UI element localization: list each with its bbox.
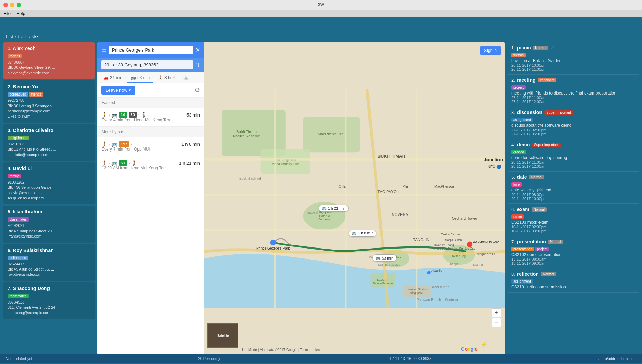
task-name: meeting xyxy=(517,77,536,83)
menu-icon[interactable]: ☰ xyxy=(101,47,106,53)
status-center: 20 Person(s) xyxy=(198,356,220,361)
map-area[interactable]: Bukit Timah Nature Reserve MacRitchie Tr… xyxy=(204,42,505,354)
task-end: 29-11-2017 10:00pm xyxy=(511,197,635,201)
satellite-thumbnail[interactable]: Satellite xyxy=(207,323,238,348)
bus-badge-197: 197 xyxy=(119,141,129,147)
routes-list: Fastest 🚶 › 🚌 10 30 › 🚶 xyxy=(97,98,204,354)
task-item-7[interactable]: 7. presentation Normal presentationproje… xyxy=(508,236,639,268)
tab-drive[interactable]: 🚗 21 min xyxy=(100,73,126,83)
contact-card-6[interactable]: 6. Roy Balakrishnan colleagues 92624417 … xyxy=(3,244,95,281)
walk-icon-4: 🚶 xyxy=(101,160,107,166)
task-tag: graded xyxy=(511,150,526,154)
zoom-out-button[interactable]: − xyxy=(492,318,501,327)
menu-file[interactable]: File xyxy=(3,11,11,16)
contact-phone: 92624417 xyxy=(8,262,90,267)
task-number: 1. xyxy=(511,45,515,51)
map-controls: + − xyxy=(492,308,501,327)
svg-text:29 Lorong 30 Gey: 29 Lorong 30 Gey xyxy=(473,240,499,243)
contact-card-5[interactable]: 5. Irfan Ibrahim classmates 92492021 Blk… xyxy=(3,206,95,242)
priority-badge: Normal xyxy=(548,240,563,244)
task-tag: project xyxy=(511,85,526,90)
priority-badge: Normal xyxy=(533,46,548,50)
menu-help[interactable]: Help xyxy=(16,11,25,16)
to-input[interactable] xyxy=(101,60,193,69)
svg-text:CTE: CTE xyxy=(339,185,346,188)
search-input[interactable] xyxy=(5,21,108,27)
minimize-button[interactable] xyxy=(10,3,14,7)
svg-text:Prince George's Park: Prince George's Park xyxy=(256,246,290,250)
task-tag: project xyxy=(535,247,549,251)
tab-transit[interactable]: 🚌 53 min xyxy=(127,73,153,83)
svg-text:Hood Cho Temple: Hood Cho Temple xyxy=(434,247,457,250)
svg-text:Singapore Fl...: Singapore Fl... xyxy=(477,252,497,256)
priority-badge: Normal xyxy=(529,175,544,179)
task-item-4[interactable]: 4. demo Super Important graded demo for … xyxy=(508,139,639,172)
contact-tag: family xyxy=(8,174,21,178)
svg-point-32 xyxy=(270,240,276,245)
contact-email: royb@example.com xyxy=(8,272,90,277)
contact-tag: classmates xyxy=(8,217,29,222)
contact-card-3[interactable]: 3. Charlotte Oliveiro neighbours 9321028… xyxy=(3,124,95,161)
task-tag: presentation xyxy=(511,247,534,251)
svg-text:Suntec City: Suntec City xyxy=(459,247,475,250)
badge-time-3: 53 min xyxy=(382,256,393,260)
arrow-icon-6: › xyxy=(129,161,130,166)
task-name: picnic xyxy=(517,45,531,51)
task-end: 28-11-2017 12:00am xyxy=(511,164,635,168)
task-name: reflection xyxy=(517,271,539,277)
section-fastest: Fastest xyxy=(97,98,204,108)
task-item-6[interactable]: 6. exam Normal exam CS2103 mock exam 10-… xyxy=(508,204,639,236)
svg-text:MacPherson: MacPherson xyxy=(434,185,454,188)
task-tag: assignment xyxy=(511,118,533,122)
contact-address: Blk 30 Lorong 3 Serangoo... xyxy=(8,103,90,109)
options-icon[interactable]: ⚙ xyxy=(194,87,200,94)
contact-card-4[interactable]: 4. David Li family 91031282 Blk 436 Sera… xyxy=(3,162,95,205)
task-item-1[interactable]: 1. picnic Normal ✓ friends have fun at B… xyxy=(508,42,639,75)
task-item-8[interactable]: 8. reflection Normal assignment CS2101 r… xyxy=(508,268,639,293)
task-number: 5. xyxy=(511,175,515,180)
task-item-5[interactable]: 5. date Normal love date with my girlfri… xyxy=(508,172,639,204)
arrow-icon: › xyxy=(109,112,110,118)
task-tag: exam xyxy=(511,214,524,219)
task-desc: meeting with friends to discuss the fina… xyxy=(511,91,635,96)
from-input[interactable] xyxy=(109,46,193,54)
close-directions-icon[interactable]: ✕ xyxy=(195,47,200,53)
zoom-in-button[interactable]: + xyxy=(492,308,501,317)
route-item-2[interactable]: 🚶 › 🚌 197 › 1 h 8 min Every 7 min from O… xyxy=(97,137,204,156)
directions-sidebar: ☰ ✕ ⇅ 🚗 21 min xyxy=(97,42,204,354)
contact-card-2[interactable]: 2. Bernice Yu colleaguesfriends 99272758… xyxy=(3,80,95,123)
route-item-1[interactable]: 🚶 › 🚌 10 30 › 🚶 53 min Ever xyxy=(97,108,204,127)
task-tag: friends xyxy=(511,53,526,57)
tab-walk[interactable]: 🚶 3 hr 4 xyxy=(154,73,179,83)
leave-now-label: Leave now xyxy=(106,88,127,93)
priority-badge: Super Important xyxy=(532,143,561,147)
contact-email: irfan@example.com xyxy=(8,234,90,239)
close-button[interactable] xyxy=(3,3,8,7)
contact-card-1[interactable]: 1. Alex Yeoh friends 87438807 Blk 30 Gey… xyxy=(3,42,95,79)
leave-now-button[interactable]: Leave now ▾ xyxy=(101,86,135,95)
svg-text:NOVENA: NOVENA xyxy=(392,212,408,217)
priority-badge: Normal xyxy=(541,272,556,276)
signin-button[interactable]: Sign in xyxy=(480,46,501,55)
route-item-3[interactable]: 🚶 › 🚌 51 › 🚶 1 h 21 min 12:20 AM from He… xyxy=(97,156,204,175)
bus-badge-51: 51 xyxy=(119,160,127,166)
contact-address: 311, Clementi Ave 2, #02-24 xyxy=(8,305,90,310)
contact-card-7[interactable]: 7. Shaocong Dong teammates 93734523 311,… xyxy=(3,282,95,319)
svg-text:Nature Reserve: Nature Reserve xyxy=(373,282,393,285)
task-start: 29-11-2017 08:00pm xyxy=(511,192,635,197)
status-left: Not updated yet xyxy=(6,356,32,361)
task-item-2[interactable]: 2. meeting Important project meeting wit… xyxy=(508,75,639,107)
task-number: 7. xyxy=(511,239,515,244)
swap-icon[interactable]: ⇅ xyxy=(196,62,200,68)
check-icon: ✓ xyxy=(550,45,555,51)
task-end: 27-11-2017 05:00pm xyxy=(511,132,635,136)
maximize-button[interactable] xyxy=(17,3,21,7)
task-end: 27-11-2017 12:00am xyxy=(511,100,635,104)
contact-name: 4. David Li xyxy=(8,166,90,171)
bus-badge-icon: 🚌 xyxy=(322,206,327,210)
task-name: date xyxy=(517,174,527,180)
contact-address: Blk 30 Geylang Street 29, ... xyxy=(8,65,90,70)
contact-name: 5. Irfan Ibrahim xyxy=(8,209,90,214)
tab-bike[interactable]: 🚲 xyxy=(180,73,192,83)
task-item-3[interactable]: 3. discussion Super Important assignment… xyxy=(508,107,639,139)
